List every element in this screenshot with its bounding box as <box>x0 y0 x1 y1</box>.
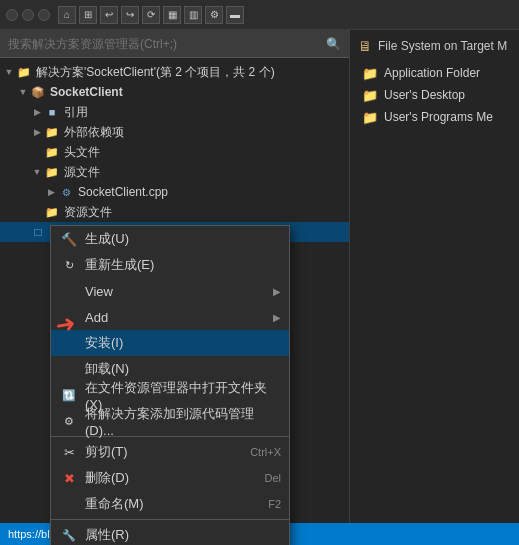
resources-label: 资源文件 <box>64 204 112 221</box>
tree-item-headers[interactable]: 📁 头文件 <box>0 142 349 162</box>
toolbar-window[interactable]: ▬ <box>226 6 244 24</box>
minimize-dot[interactable] <box>22 9 34 21</box>
menu-separator-2 <box>51 519 289 520</box>
window-controls <box>6 9 50 21</box>
expand-arrow: ▶ <box>30 107 44 117</box>
cpp-label: SocketClient.cpp <box>78 185 168 199</box>
rename-label: 重命名(M) <box>85 495 260 513</box>
app-folder-icon: 📁 <box>362 66 378 81</box>
open-folder-icon: 🔃 <box>59 385 79 405</box>
build-label: 生成(U) <box>85 230 281 248</box>
add-label: Add <box>85 310 273 325</box>
source-control-label: 将解决方案添加到源代码管理(D)... <box>85 405 281 438</box>
search-input[interactable] <box>8 37 322 51</box>
properties-label: 属性(R) <box>85 526 281 544</box>
menu-item-build[interactable]: 🔨 生成(U) <box>51 226 289 252</box>
external-deps-label: 外部依赖项 <box>64 124 124 141</box>
install-label: 安装(I) <box>85 334 281 352</box>
refs-label: 引用 <box>64 104 88 121</box>
delete-icon: ✖ <box>59 468 79 488</box>
search-bar[interactable]: 🔍 <box>0 30 349 58</box>
expand-arrow: ▶ <box>44 187 58 197</box>
menu-item-install[interactable]: 安装(I) <box>51 330 289 356</box>
cut-label: 剪切(T) <box>85 443 242 461</box>
toolbar-layers[interactable]: ⊞ <box>79 6 97 24</box>
source-control-icon: ⚙ <box>59 411 79 431</box>
menu-item-view[interactable]: View ▶ <box>51 278 289 304</box>
tree-item-socketclient-cpp[interactable]: ▶ ⚙ SocketClient.cpp <box>0 182 349 202</box>
target-icon: 🖥 <box>358 38 372 54</box>
add-icon <box>59 307 79 327</box>
folder-icon: 📁 <box>44 144 60 160</box>
programs-icon: 📁 <box>362 110 378 125</box>
tree-item-external-deps[interactable]: ▶ 📁 外部依赖项 <box>0 122 349 142</box>
right-panel-title: File System on Target M <box>378 39 507 53</box>
menu-item-add[interactable]: Add ▶ <box>51 304 289 330</box>
right-item-app-folder[interactable]: 📁 Application Folder <box>358 62 511 84</box>
view-label: View <box>85 284 273 299</box>
right-panel-header: 🖥 File System on Target M <box>358 38 511 54</box>
context-menu: 🔨 生成(U) ↻ 重新生成(E) View ▶ Add ▶ <box>50 225 290 545</box>
toolbar-hex1[interactable]: ▦ <box>163 6 181 24</box>
expand-arrow: ▼ <box>30 167 44 177</box>
right-item-desktop[interactable]: 📁 User's Desktop <box>358 84 511 106</box>
expand-arrow: ▶ <box>30 127 44 137</box>
menu-item-rebuild[interactable]: ↻ 重新生成(E) <box>51 252 289 278</box>
solution-icon: 📁 <box>16 64 32 80</box>
close-dot[interactable] <box>6 9 18 21</box>
project-icon: 📦 <box>30 84 46 100</box>
right-panel: 🖥 File System on Target M 📁 Application … <box>350 30 519 545</box>
toolbar-home[interactable]: ⌂ <box>58 6 76 24</box>
client-icon: □ <box>30 224 46 240</box>
tree-item-socketclient[interactable]: ▼ 📦 SocketClient <box>0 82 349 102</box>
tree-item-resources[interactable]: 📁 资源文件 <box>0 202 349 222</box>
rebuild-icon: ↻ <box>59 255 79 275</box>
rebuild-label: 重新生成(E) <box>85 256 281 274</box>
menu-item-source-control[interactable]: ⚙ 将解决方案添加到源代码管理(D)... <box>51 408 289 434</box>
submenu-arrow-view: ▶ <box>273 286 281 297</box>
tree-item-solution[interactable]: ▼ 📁 解决方案'SocketClient'(第 2 个项目，共 2 个) <box>0 62 349 82</box>
search-icon: 🔍 <box>326 37 341 51</box>
toolbar-undo[interactable]: ↩ <box>100 6 118 24</box>
desktop-icon: 📁 <box>362 88 378 103</box>
menu-item-delete[interactable]: ✖ 删除(D) Del <box>51 465 289 491</box>
rename-shortcut: F2 <box>268 498 281 510</box>
folder-icon: 📁 <box>44 204 60 220</box>
expand-arrow: ▼ <box>2 67 16 77</box>
toolbar-settings[interactable]: ⚙ <box>205 6 223 24</box>
right-item-programs[interactable]: 📁 User's Programs Me <box>358 106 511 128</box>
solution-label: 解决方案'SocketClient'(第 2 个项目，共 2 个) <box>36 64 275 81</box>
install-icon <box>59 333 79 353</box>
build-icon: 🔨 <box>59 229 79 249</box>
view-icon <box>59 281 79 301</box>
main-layout: 🔍 ▼ 📁 解决方案'SocketClient'(第 2 个项目，共 2 个) … <box>0 30 519 545</box>
solution-tree: ▼ 📁 解决方案'SocketClient'(第 2 个项目，共 2 个) ▼ … <box>0 58 349 246</box>
tree-item-sources[interactable]: ▼ 📁 源文件 <box>0 162 349 182</box>
menu-item-cut[interactable]: ✂ 剪切(T) Ctrl+X <box>51 439 289 465</box>
delete-shortcut: Del <box>264 472 281 484</box>
app-folder-label: Application Folder <box>384 66 480 80</box>
toolbar-redo[interactable]: ↪ <box>121 6 139 24</box>
title-bar: ⌂ ⊞ ↩ ↪ ⟳ ▦ ▥ ⚙ ▬ <box>0 0 519 30</box>
headers-label: 头文件 <box>64 144 100 161</box>
maximize-dot[interactable] <box>38 9 50 21</box>
menu-item-properties[interactable]: 🔧 属性(R) <box>51 522 289 545</box>
sources-label: 源文件 <box>64 164 100 181</box>
cut-shortcut: Ctrl+X <box>250 446 281 458</box>
project-label: SocketClient <box>50 85 123 99</box>
toolbar-refresh[interactable]: ⟳ <box>142 6 160 24</box>
unload-icon <box>59 359 79 379</box>
toolbar-hex2[interactable]: ▥ <box>184 6 202 24</box>
programs-label: User's Programs Me <box>384 110 493 124</box>
desktop-label: User's Desktop <box>384 88 465 102</box>
folder-icon: 📁 <box>44 124 60 140</box>
cut-icon: ✂ <box>59 442 79 462</box>
menu-item-rename[interactable]: 重命名(M) F2 <box>51 491 289 517</box>
unload-label: 卸载(N) <box>85 360 281 378</box>
refs-icon: ■ <box>44 104 60 120</box>
cpp-icon: ⚙ <box>58 184 74 200</box>
solution-explorer-panel: 🔍 ▼ 📁 解决方案'SocketClient'(第 2 个项目，共 2 个) … <box>0 30 350 545</box>
tree-item-refs[interactable]: ▶ ■ 引用 <box>0 102 349 122</box>
submenu-arrow-add: ▶ <box>273 312 281 323</box>
toolbar-icons: ⌂ ⊞ ↩ ↪ ⟳ ▦ ▥ ⚙ ▬ <box>58 6 244 24</box>
